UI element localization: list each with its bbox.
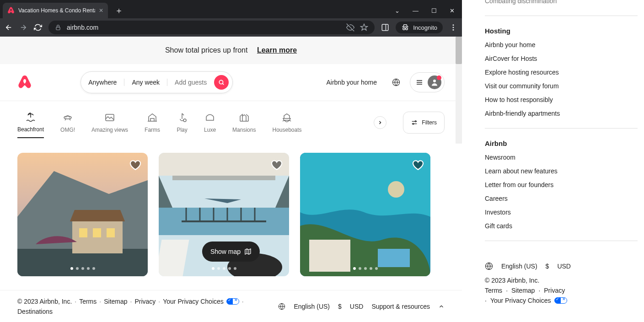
legal-link[interactable]: Sitemap bbox=[511, 287, 535, 294]
svg-rect-0 bbox=[56, 27, 60, 30]
maximize-icon[interactable]: ☐ bbox=[431, 7, 437, 14]
user-menu-button[interactable] bbox=[410, 72, 445, 92]
panel-icon[interactable] bbox=[381, 23, 389, 32]
airbnb-your-home-link[interactable]: Airbnb your home bbox=[321, 73, 382, 91]
close-icon[interactable]: ✕ bbox=[99, 7, 103, 14]
notification-dot bbox=[437, 75, 441, 80]
wishlist-heart-icon[interactable] bbox=[412, 159, 424, 171]
footer-link-privacy-choices[interactable]: Your Privacy Choices bbox=[163, 298, 224, 305]
globe-icon bbox=[485, 262, 493, 270]
window-controls: ⌄ ― ☐ ✕ bbox=[395, 3, 462, 18]
kebab-menu-icon[interactable] bbox=[449, 23, 457, 32]
legal-link-privacy-choices[interactable]: Your Privacy Choices bbox=[490, 297, 551, 304]
filters-button[interactable]: Filters bbox=[403, 112, 445, 134]
airbnb-logo-icon[interactable] bbox=[17, 75, 32, 90]
browser-tab[interactable]: Vacation Homes & Condo Rental ✕ bbox=[3, 3, 108, 18]
footer-link[interactable]: Learn about new features bbox=[485, 167, 638, 175]
footer-link-terms[interactable]: Terms bbox=[79, 298, 97, 305]
footer-link-sitemap[interactable]: Sitemap bbox=[104, 298, 127, 305]
footer-link[interactable]: Newsroom bbox=[485, 154, 638, 161]
privacy-choices-icon bbox=[554, 297, 567, 304]
footer-link[interactable]: How to host responsibly bbox=[485, 96, 638, 103]
beachfront-icon bbox=[25, 112, 36, 123]
language-button[interactable] bbox=[387, 73, 405, 91]
footer-currency[interactable]: USD bbox=[350, 303, 364, 310]
category-play[interactable]: Play bbox=[177, 107, 188, 138]
footer-language[interactable]: English (US) bbox=[294, 303, 330, 310]
footer-link-privacy[interactable]: Privacy bbox=[134, 298, 156, 305]
scrollbar-thumb[interactable] bbox=[456, 37, 462, 64]
carousel-dots bbox=[353, 267, 378, 270]
footer-link[interactable]: Careers bbox=[485, 195, 638, 202]
forward-icon[interactable] bbox=[19, 23, 27, 32]
category-houseboats[interactable]: Houseboats bbox=[272, 107, 301, 138]
search-icon bbox=[218, 79, 225, 86]
eye-off-icon[interactable] bbox=[346, 23, 354, 32]
show-map-button[interactable]: Show map bbox=[202, 242, 260, 262]
svg-point-2 bbox=[403, 28, 405, 30]
category-omg[interactable]: OMG! bbox=[60, 107, 75, 138]
views-icon bbox=[104, 112, 115, 123]
close-window-icon[interactable]: ✕ bbox=[450, 7, 455, 14]
category-farms[interactable]: Farms bbox=[145, 107, 160, 138]
category-label: Mansions bbox=[232, 127, 256, 133]
listing-card[interactable] bbox=[17, 153, 148, 276]
svg-point-6 bbox=[453, 29, 454, 31]
url-text: airbnb.com bbox=[67, 24, 341, 31]
category-amazing-views[interactable]: Amazing views bbox=[91, 107, 128, 138]
categories-next-button[interactable] bbox=[374, 116, 386, 129]
tab-title: Vacation Homes & Condo Rental bbox=[18, 7, 95, 14]
search-when[interactable]: Any week bbox=[124, 79, 167, 86]
footer-link[interactable]: Explore hosting resources bbox=[485, 69, 638, 76]
banner-text: Show total prices up front bbox=[165, 46, 248, 54]
footer-support[interactable]: Support & resources bbox=[371, 303, 430, 310]
legal-link[interactable]: Terms bbox=[485, 287, 502, 294]
category-mansions[interactable]: Mansions bbox=[232, 107, 256, 138]
page-body: Show total prices up front Learn more An… bbox=[0, 37, 462, 322]
new-tab-button[interactable]: ＋ bbox=[113, 4, 125, 17]
listing-card[interactable] bbox=[300, 153, 430, 276]
svg-point-12 bbox=[183, 119, 186, 122]
search-pill[interactable]: Anywhere Any week Add guests bbox=[80, 71, 233, 93]
category-beachfront[interactable]: Beachfront bbox=[17, 107, 44, 138]
section-title-airbnb: Airbnb bbox=[485, 140, 638, 147]
footer-link[interactable]: AirCover for Hosts bbox=[485, 55, 638, 62]
footer-link[interactable]: Airbnb your home bbox=[485, 41, 638, 48]
globe-icon bbox=[392, 78, 400, 86]
svg-rect-18 bbox=[79, 228, 87, 237]
legal-link[interactable]: Privacy bbox=[544, 287, 565, 294]
footer-link-destinations[interactable]: Destinations bbox=[17, 308, 264, 315]
search-button[interactable] bbox=[214, 75, 229, 90]
back-icon[interactable] bbox=[5, 23, 13, 32]
svg-point-9 bbox=[433, 80, 436, 82]
footer-link[interactable]: Letter from our founders bbox=[485, 181, 638, 188]
footer-link[interactable]: Combating discrimination bbox=[485, 0, 638, 5]
footer-link[interactable]: Airbnb-friendly apartments bbox=[485, 110, 638, 117]
star-icon[interactable] bbox=[360, 23, 368, 32]
search-guests[interactable]: Add guests bbox=[167, 79, 214, 86]
address-bar[interactable]: airbnb.com bbox=[48, 21, 375, 34]
panel-currency[interactable]: USD bbox=[557, 263, 571, 270]
chevron-up-icon bbox=[438, 303, 445, 310]
minimize-icon[interactable]: ― bbox=[413, 7, 419, 14]
wishlist-heart-icon[interactable] bbox=[271, 159, 283, 171]
footer-panel: Combating discrimination Hosting Airbnb … bbox=[462, 0, 644, 322]
svg-point-10 bbox=[64, 116, 71, 119]
svg-point-4 bbox=[453, 24, 454, 26]
panel-language[interactable]: English (US) bbox=[501, 263, 537, 270]
category-label: Amazing views bbox=[91, 127, 128, 133]
listings-grid: Show map bbox=[0, 144, 462, 290]
panel-copyright: © 2023 Airbnb, Inc. bbox=[485, 277, 638, 284]
learn-more-link[interactable]: Learn more bbox=[257, 46, 297, 54]
privacy-choices-icon bbox=[226, 298, 239, 305]
search-where[interactable]: Anywhere bbox=[81, 79, 124, 86]
footer-link[interactable]: Gift cards bbox=[485, 222, 638, 230]
incognito-badge[interactable]: Incognito bbox=[396, 21, 443, 33]
chevron-down-icon[interactable]: ⌄ bbox=[395, 7, 400, 14]
wishlist-heart-icon[interactable] bbox=[129, 159, 141, 171]
svg-rect-29 bbox=[378, 249, 410, 267]
category-luxe[interactable]: Luxe bbox=[204, 107, 216, 138]
footer-link[interactable]: Visit our community forum bbox=[485, 82, 638, 90]
footer-link[interactable]: Investors bbox=[485, 209, 638, 216]
reload-icon[interactable] bbox=[34, 23, 42, 32]
